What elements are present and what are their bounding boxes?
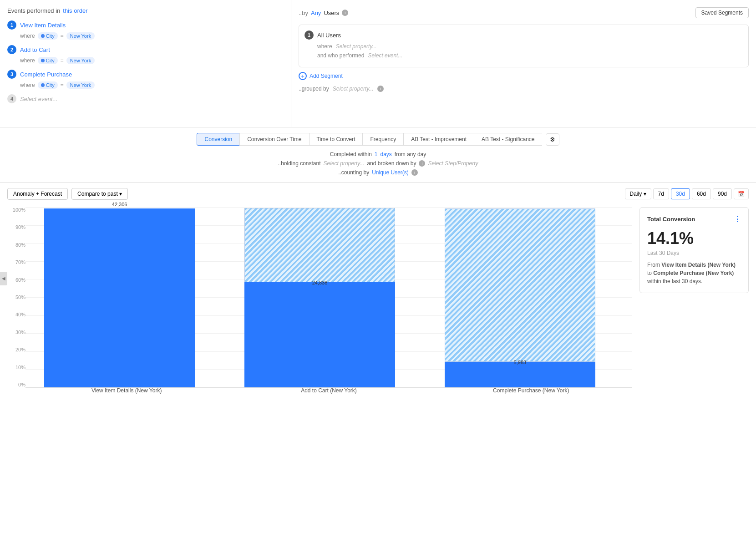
- bar-solid-3: [445, 362, 595, 387]
- users-info-icon[interactable]: i: [342, 10, 348, 16]
- panel-desc-suffix: within the last 30 days.: [647, 278, 702, 284]
- value-badge-1[interactable]: New York: [66, 32, 95, 40]
- panel-desc-from: View Item Details (New York): [661, 262, 736, 268]
- events-performed-label: Events performed in: [7, 7, 60, 14]
- step-select[interactable]: Select Step/Property: [428, 160, 478, 167]
- unique-users-info-icon[interactable]: i: [411, 169, 418, 176]
- grouped-by-row: ..grouped by Select property... i: [299, 86, 749, 92]
- bar-group-1: 42,306: [25, 202, 213, 387]
- tab-time-to-convert[interactable]: Time to Convert: [309, 133, 363, 146]
- chart-controls: Anomaly + Forecast Compare to past ▾ Dai…: [7, 188, 749, 200]
- holding-label: ..holding constant: [278, 160, 320, 167]
- users-label: Users: [324, 10, 339, 16]
- value-badge-2[interactable]: New York: [66, 57, 95, 64]
- bar-label-solid-3: 5,983: [514, 360, 527, 365]
- select-event-placeholder[interactable]: Select event...: [20, 96, 57, 102]
- y-label-10: 10%: [7, 365, 25, 370]
- add-segment-button[interactable]: + Add Segment: [299, 72, 749, 80]
- value-badge-3[interactable]: New York: [66, 81, 95, 89]
- y-label-100: 100%: [7, 207, 25, 213]
- holding-row: ..holding constant Select property... an…: [0, 160, 756, 167]
- property-dot-3: [41, 83, 45, 87]
- users-header: ..by Any Users i Saved Segments: [299, 7, 749, 18]
- x-labels: View Item Details (New York) Add to Cart…: [25, 387, 632, 398]
- eq-sign-2: =: [61, 57, 64, 64]
- holding-select[interactable]: Select property...: [324, 160, 365, 167]
- unique-users-btn[interactable]: Unique User(s): [372, 169, 409, 176]
- daily-arrow-icon: ▾: [644, 191, 646, 197]
- panel-more-button[interactable]: ⋮: [734, 215, 741, 223]
- range-60d-button[interactable]: 60d: [692, 188, 711, 199]
- y-label-20: 20%: [7, 347, 25, 352]
- x-label-2: Add to Cart (New York): [228, 387, 430, 398]
- property-name-2: City: [46, 58, 55, 63]
- by-label: ..by: [299, 10, 308, 16]
- bars-container: 42,306 24,838 5,983: [25, 207, 632, 398]
- step-name-1[interactable]: View Item Details: [20, 22, 66, 29]
- select-event-input[interactable]: Select event...: [368, 52, 402, 59]
- y-label-30: 30%: [7, 330, 25, 335]
- bar-hatched-2-top: [244, 208, 395, 282]
- saved-segments-button[interactable]: Saved Segments: [695, 7, 749, 18]
- segment-where-label: where: [317, 43, 332, 50]
- event-step-1: 1 View Item Details where City = New Yor…: [7, 20, 284, 40]
- tab-ab-improvement[interactable]: AB Test - Improvement: [403, 133, 474, 146]
- and-who-label: and who performed: [317, 52, 364, 59]
- days-label[interactable]: days: [381, 151, 392, 157]
- chart-panel: Total Conversion ⋮ 14.1% Last 30 Days Fr…: [639, 207, 749, 293]
- daily-label: Daily: [630, 191, 642, 197]
- panel-period: Last 30 Days: [647, 250, 741, 256]
- grouped-info-icon[interactable]: i: [377, 86, 384, 92]
- counting-label: ..counting by: [338, 169, 369, 176]
- panel-title-text: Total Conversion: [647, 216, 695, 223]
- bottom-section: Anomaly + Forecast Compare to past ▾ Dai…: [0, 183, 756, 404]
- property-badge-2[interactable]: City: [38, 57, 58, 64]
- x-label-3: Complete Purchase (New York): [430, 387, 632, 398]
- y-label-50: 50%: [7, 294, 25, 300]
- compare-label: Compare to past: [77, 191, 118, 197]
- any-link[interactable]: Any: [311, 10, 321, 16]
- event-step-4: 4 Select event...: [7, 94, 284, 103]
- tabs-section: Conversion Conversion Over Time Time to …: [0, 127, 756, 183]
- grouped-by-select[interactable]: Select property...: [333, 86, 374, 92]
- step-number-3: 3: [7, 70, 16, 79]
- range-90d-button[interactable]: 90d: [713, 188, 732, 199]
- y-label-80: 80%: [7, 242, 25, 248]
- property-badge-3[interactable]: City: [38, 81, 58, 89]
- settings-button[interactable]: ⚙: [546, 133, 559, 146]
- step-number-2: 2: [7, 45, 16, 54]
- calendar-button[interactable]: 📅: [734, 188, 749, 199]
- panel-title-row: Total Conversion ⋮: [647, 215, 741, 223]
- daily-button[interactable]: Daily ▾: [625, 188, 651, 199]
- range-30d-button[interactable]: 30d: [671, 188, 690, 199]
- compare-to-past-button[interactable]: Compare to past ▾: [71, 188, 128, 200]
- bar-solid-2: [244, 282, 395, 387]
- property-dot-2: [41, 59, 45, 62]
- chart-main: 100% 90% 80% 70% 60% 50% 40% 30% 20% 10%…: [7, 207, 632, 398]
- event-step-3: 3 Complete Purchase where City = New Yor…: [7, 70, 284, 89]
- range-7d-button[interactable]: 7d: [653, 188, 669, 199]
- add-segment-label: Add Segment: [310, 73, 343, 79]
- y-label-70: 70%: [7, 259, 25, 265]
- broken-down-info-icon[interactable]: i: [419, 160, 425, 167]
- select-property-input[interactable]: Select property...: [336, 43, 377, 50]
- event-step-2: 2 Add to Cart where City = New York: [7, 45, 284, 64]
- step-name-2[interactable]: Add to Cart: [20, 46, 50, 53]
- tab-ab-significance[interactable]: AB Test - Significance: [474, 133, 542, 146]
- tab-conversion-over-time[interactable]: Conversion Over Time: [239, 133, 309, 146]
- anomaly-forecast-button[interactable]: Anomaly + Forecast: [7, 188, 68, 200]
- y-label-0: 0%: [7, 382, 25, 387]
- y-axis-labels: 100% 90% 80% 70% 60% 50% 40% 30% 20% 10%…: [7, 207, 25, 398]
- panel-desc-prefix: From: [647, 262, 660, 268]
- tab-frequency[interactable]: Frequency: [362, 133, 403, 146]
- segment-number: 1: [304, 30, 314, 40]
- property-dot-1: [41, 34, 45, 38]
- step-name-3[interactable]: Complete Purchase: [20, 71, 72, 78]
- property-badge-1[interactable]: City: [38, 32, 58, 40]
- days-value[interactable]: 1: [375, 151, 378, 157]
- scroll-hint[interactable]: ◀: [0, 272, 7, 285]
- order-link[interactable]: this order: [63, 7, 87, 14]
- tab-conversion[interactable]: Conversion: [197, 133, 239, 146]
- grouped-by-label: ..grouped by: [299, 86, 329, 92]
- bar-group-2: 24,838: [226, 208, 414, 387]
